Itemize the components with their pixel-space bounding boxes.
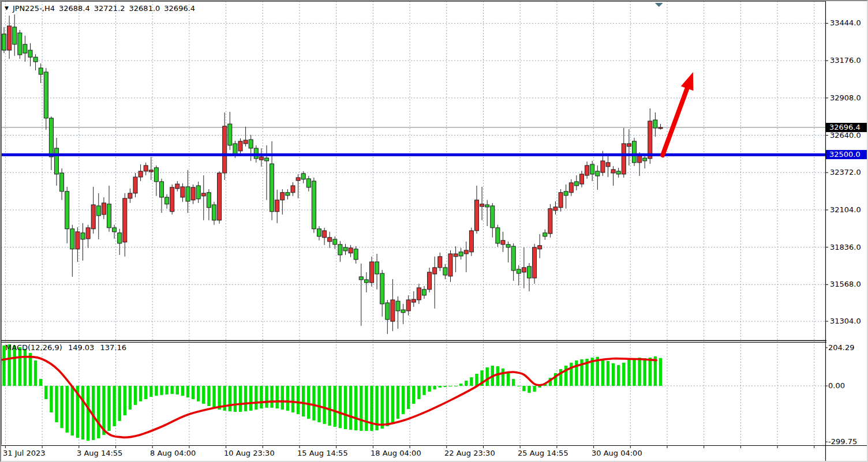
candle-body [144, 166, 148, 171]
macd-bar [192, 386, 194, 399]
macd-bar [171, 386, 174, 394]
candle-body [265, 158, 269, 161]
macd-bar [212, 386, 215, 408]
macd-bar [328, 386, 331, 426]
macd-bar [449, 386, 452, 386]
candle-body [317, 229, 321, 236]
candle-body [33, 57, 38, 62]
macd-bar [81, 386, 84, 440]
candle-body [118, 233, 122, 243]
macd-bar [649, 358, 652, 386]
macd-bar [50, 386, 53, 412]
macd-bar [118, 386, 121, 421]
candle-body [149, 170, 153, 172]
macd-bar [475, 374, 478, 386]
candle-body [496, 228, 500, 243]
candle-body [364, 280, 368, 283]
candle-body [538, 246, 542, 249]
candle-body [422, 290, 426, 295]
candle-body [406, 300, 410, 311]
candle-body [375, 262, 379, 274]
candle-body [380, 273, 384, 304]
macd-bar [149, 386, 152, 397]
candle-body [401, 310, 405, 313]
candle-body [212, 205, 216, 220]
candle-body [244, 140, 248, 144]
macd-indicator-readout: MACD(12,26,9) 149.03 137.16 [5, 343, 130, 352]
candle-body [133, 177, 137, 193]
macd-bar [265, 386, 268, 408]
candle-body [70, 229, 74, 249]
macd-bar [439, 386, 442, 388]
time-axis-label: 15 Aug 14:55 [297, 449, 348, 457]
time-axis-label: 3 Aug 14:55 [77, 449, 122, 457]
macd-axis-label: 204.29 [828, 343, 855, 352]
macd-bar [186, 386, 189, 397]
macd-bar [234, 386, 237, 412]
macd-bar [360, 386, 362, 431]
candle-body [128, 193, 132, 198]
macd-bar [302, 386, 305, 416]
macd-bar [428, 386, 431, 392]
candle-body [391, 300, 395, 321]
macd-bar [276, 386, 279, 408]
macd-bar [39, 379, 42, 386]
candle-body [123, 198, 127, 242]
time-axis-label: 22 Aug 23:30 [444, 449, 495, 457]
macd-bar [270, 386, 273, 408]
symbol-period-label: JPN225-,H4 [13, 4, 55, 13]
macd-axis-label: 0.00 [828, 381, 845, 390]
chart-canvas[interactable] [1, 1, 868, 462]
price-axis-label: 32104.0 [830, 205, 861, 214]
candle-body [218, 173, 222, 220]
candle-body [13, 27, 17, 44]
macd-signal-value: 137.16 [100, 343, 127, 352]
candle-body [653, 120, 657, 128]
macd-bar [486, 367, 489, 386]
time-axis-label: 18 Aug 04:00 [371, 449, 421, 457]
candle-body [233, 144, 237, 154]
candle-body [23, 44, 27, 53]
candle-body [569, 183, 573, 193]
close-value: 32696.4 [164, 4, 195, 13]
candle-body [338, 245, 342, 255]
price-axis-label: 33176.0 [830, 56, 861, 65]
macd-bar [575, 360, 578, 386]
candle-body [306, 179, 310, 187]
macd-bar [139, 386, 142, 401]
macd-bar [391, 386, 394, 423]
macd-bar [386, 386, 389, 426]
open-value: 32688.4 [59, 4, 90, 13]
level-line-badge: 32500.0 [826, 150, 868, 159]
macd-bar [71, 386, 74, 435]
candle-body [459, 252, 463, 256]
candle-body [328, 238, 332, 242]
candle-body [323, 231, 327, 238]
candle-body [454, 254, 458, 257]
candle-body [207, 193, 211, 208]
macd-bar [144, 386, 147, 399]
candle-body [564, 191, 568, 196]
macd-bar [354, 386, 357, 430]
macd-bar [207, 386, 210, 406]
candle-body [275, 200, 279, 212]
candle-body [28, 50, 32, 57]
macd-bar [633, 358, 635, 386]
macd-bar [344, 386, 347, 429]
candle-body [238, 141, 242, 151]
candle-body [76, 232, 80, 249]
macd-bar [66, 386, 69, 433]
candle-body [574, 182, 578, 186]
candle-body [386, 303, 390, 320]
candle-body [417, 288, 421, 300]
candle-body [175, 184, 179, 189]
time-axis-label: 25 Aug 14:55 [518, 449, 568, 457]
macd-bar [323, 386, 326, 424]
macd-bar [459, 384, 462, 386]
macd-bar [365, 386, 368, 431]
macd-bar [260, 386, 263, 408]
macd-bar [527, 386, 530, 393]
candle-body [8, 26, 12, 50]
candle-body [543, 233, 547, 236]
candle-body [223, 126, 227, 173]
